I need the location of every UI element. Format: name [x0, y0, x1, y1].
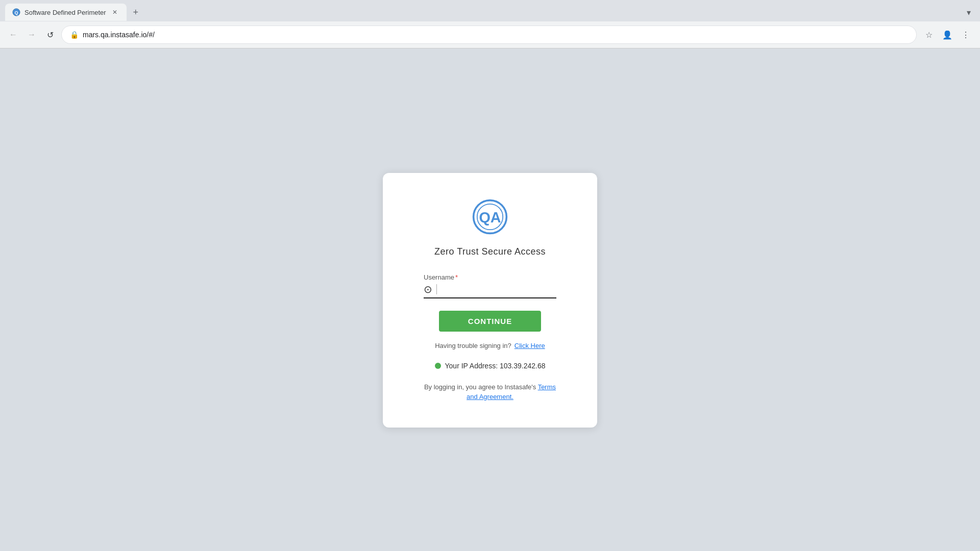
address-bar: ← → ↺ 🔒 mars.qa.instasafe.io/#/ ☆ 👤 ⋮ — [0, 21, 980, 48]
continue-button[interactable]: CONTINUE — [439, 311, 541, 332]
app-title: Zero Trust Secure Access — [434, 246, 546, 257]
username-input[interactable] — [441, 285, 556, 293]
tab-favicon: Q — [12, 8, 20, 16]
trouble-link[interactable]: Click Here — [514, 342, 545, 349]
terms-prefix: By logging in, you agree to Instasafe's — [424, 383, 536, 391]
login-card: QA Zero Trust Secure Access Username* ⊙ … — [383, 173, 597, 428]
browser-chrome: Q Software Defined Perimeter ✕ + ▾ ← → ↺… — [0, 0, 980, 48]
input-divider — [436, 284, 437, 294]
menu-button[interactable]: ⋮ — [958, 27, 974, 43]
new-tab-button[interactable]: + — [129, 5, 143, 19]
page-content: QA Zero Trust Secure Access Username* ⊙ … — [0, 48, 980, 551]
profile-button[interactable]: 👤 — [939, 27, 955, 43]
trouble-text: Having trouble signing in? — [435, 342, 511, 349]
address-actions: ☆ 👤 ⋮ — [921, 27, 974, 43]
trouble-line: Having trouble signing in? Click Here — [435, 342, 545, 349]
ip-status-dot — [435, 363, 441, 369]
user-icon: ⊙ — [424, 283, 432, 295]
bookmark-button[interactable]: ☆ — [921, 27, 937, 43]
svg-text:Q: Q — [14, 10, 18, 15]
active-tab[interactable]: Q Software Defined Perimeter ✕ — [5, 4, 127, 21]
tab-dropdown-button[interactable]: ▾ — [963, 6, 975, 19]
lock-icon: 🔒 — [70, 31, 79, 39]
tab-title: Software Defined Perimeter — [24, 9, 106, 16]
username-input-wrapper: ⊙ — [424, 283, 556, 298]
ip-address-text: Your IP Address: 103.39.242.68 — [445, 362, 546, 370]
forward-button[interactable]: → — [24, 28, 39, 42]
tab-bar: Q Software Defined Perimeter ✕ + ▾ — [0, 0, 980, 21]
app-logo: QA — [472, 198, 508, 235]
logo-container: QA — [472, 198, 508, 237]
url-bar[interactable]: 🔒 mars.qa.instasafe.io/#/ — [61, 26, 917, 44]
tab-close-button[interactable]: ✕ — [110, 8, 119, 17]
username-label: Username* — [424, 273, 556, 281]
svg-text:QA: QA — [479, 209, 501, 225]
ip-address-line: Your IP Address: 103.39.242.68 — [435, 362, 546, 370]
back-button[interactable]: ← — [6, 28, 20, 42]
url-text: mars.qa.instasafe.io/#/ — [83, 31, 908, 39]
username-form-group: Username* ⊙ — [424, 273, 556, 298]
terms-line: By logging in, you agree to Instasafe's … — [424, 382, 556, 402]
reload-button[interactable]: ↺ — [43, 28, 57, 42]
